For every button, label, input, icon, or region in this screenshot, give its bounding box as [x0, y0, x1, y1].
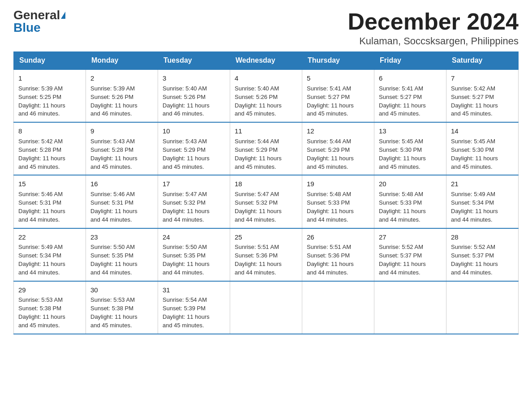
table-row: 19 Sunrise: 5:48 AM Sunset: 5:33 PM Dayl… [302, 175, 374, 228]
day-number: 15 [18, 179, 81, 189]
calendar-week-row: 8 Sunrise: 5:42 AM Sunset: 5:28 PM Dayli… [14, 122, 519, 175]
table-row: 30 Sunrise: 5:53 AM Sunset: 5:38 PM Dayl… [86, 281, 158, 334]
table-row: 15 Sunrise: 5:46 AM Sunset: 5:31 PM Dayl… [14, 175, 86, 228]
header-tuesday: Tuesday [158, 52, 230, 70]
day-number: 7 [451, 73, 514, 83]
day-info: Sunrise: 5:43 AM Sunset: 5:29 PM Dayligh… [163, 137, 225, 171]
day-info: Sunrise: 5:45 AM Sunset: 5:30 PM Dayligh… [451, 137, 514, 171]
day-info: Sunrise: 5:44 AM Sunset: 5:29 PM Dayligh… [307, 137, 369, 171]
table-row: 17 Sunrise: 5:47 AM Sunset: 5:32 PM Dayl… [158, 175, 230, 228]
day-number: 13 [379, 126, 442, 136]
day-number: 28 [451, 232, 514, 242]
day-info: Sunrise: 5:49 AM Sunset: 5:34 PM Dayligh… [451, 190, 514, 224]
table-row: 25 Sunrise: 5:51 AM Sunset: 5:36 PM Dayl… [230, 228, 302, 281]
table-row: 8 Sunrise: 5:42 AM Sunset: 5:28 PM Dayli… [14, 122, 86, 175]
day-number: 1 [18, 73, 81, 83]
title-section: December 2024 Kulaman, Soccsksargen, Phi… [348, 9, 519, 47]
day-info: Sunrise: 5:47 AM Sunset: 5:32 PM Dayligh… [235, 190, 297, 224]
table-row: 20 Sunrise: 5:48 AM Sunset: 5:33 PM Dayl… [374, 175, 446, 228]
table-row: 4 Sunrise: 5:40 AM Sunset: 5:26 PM Dayli… [230, 69, 302, 122]
day-number: 22 [18, 232, 81, 242]
day-number: 3 [163, 73, 225, 83]
table-row: 22 Sunrise: 5:49 AM Sunset: 5:34 PM Dayl… [14, 228, 86, 281]
day-info: Sunrise: 5:53 AM Sunset: 5:38 PM Dayligh… [18, 296, 81, 330]
logo-general-text: General [13, 9, 60, 21]
day-info: Sunrise: 5:53 AM Sunset: 5:38 PM Dayligh… [90, 296, 153, 330]
table-row: 10 Sunrise: 5:43 AM Sunset: 5:29 PM Dayl… [158, 122, 230, 175]
weekday-header-row: Sunday Monday Tuesday Wednesday Thursday… [14, 52, 519, 70]
header-thursday: Thursday [302, 52, 374, 70]
logo-triangle-icon [61, 12, 65, 19]
header-monday: Monday [86, 52, 158, 70]
table-row: 21 Sunrise: 5:49 AM Sunset: 5:34 PM Dayl… [446, 175, 519, 228]
day-info: Sunrise: 5:39 AM Sunset: 5:26 PM Dayligh… [90, 85, 153, 118]
table-row: 28 Sunrise: 5:52 AM Sunset: 5:37 PM Dayl… [446, 228, 519, 281]
table-row [446, 281, 519, 334]
day-info: Sunrise: 5:51 AM Sunset: 5:36 PM Dayligh… [235, 243, 297, 277]
day-number: 2 [90, 73, 153, 83]
table-row: 16 Sunrise: 5:46 AM Sunset: 5:31 PM Dayl… [86, 175, 158, 228]
day-info: Sunrise: 5:45 AM Sunset: 5:30 PM Dayligh… [379, 137, 442, 171]
day-number: 8 [18, 126, 81, 136]
day-number: 24 [163, 232, 225, 242]
table-row: 27 Sunrise: 5:52 AM Sunset: 5:37 PM Dayl… [374, 228, 446, 281]
day-info: Sunrise: 5:52 AM Sunset: 5:37 PM Dayligh… [379, 243, 442, 277]
day-number: 5 [307, 73, 369, 83]
table-row: 31 Sunrise: 5:54 AM Sunset: 5:39 PM Dayl… [158, 281, 230, 334]
page-header: General Blue December 2024 Kulaman, Socc… [13, 9, 519, 47]
day-number: 6 [379, 73, 442, 83]
day-number: 25 [235, 232, 297, 242]
header-saturday: Saturday [446, 52, 519, 70]
day-number: 23 [90, 232, 153, 242]
day-info: Sunrise: 5:42 AM Sunset: 5:27 PM Dayligh… [451, 85, 514, 118]
day-info: Sunrise: 5:43 AM Sunset: 5:28 PM Dayligh… [90, 137, 153, 171]
day-info: Sunrise: 5:42 AM Sunset: 5:28 PM Dayligh… [18, 137, 81, 171]
day-number: 26 [307, 232, 369, 242]
day-number: 12 [307, 126, 369, 136]
table-row: 2 Sunrise: 5:39 AM Sunset: 5:26 PM Dayli… [86, 69, 158, 122]
location-title: Kulaman, Soccsksargen, Philippines [348, 35, 519, 47]
day-number: 20 [379, 179, 442, 189]
calendar-table: Sunday Monday Tuesday Wednesday Thursday… [13, 51, 519, 334]
month-title: December 2024 [348, 9, 519, 34]
day-info: Sunrise: 5:50 AM Sunset: 5:35 PM Dayligh… [90, 243, 153, 277]
day-info: Sunrise: 5:48 AM Sunset: 5:33 PM Dayligh… [307, 190, 369, 224]
table-row: 11 Sunrise: 5:44 AM Sunset: 5:29 PM Dayl… [230, 122, 302, 175]
day-info: Sunrise: 5:41 AM Sunset: 5:27 PM Dayligh… [379, 85, 442, 118]
table-row [374, 281, 446, 334]
day-info: Sunrise: 5:41 AM Sunset: 5:27 PM Dayligh… [307, 85, 369, 118]
calendar-week-row: 29 Sunrise: 5:53 AM Sunset: 5:38 PM Dayl… [14, 281, 519, 334]
day-info: Sunrise: 5:48 AM Sunset: 5:33 PM Dayligh… [379, 190, 442, 224]
calendar-week-row: 1 Sunrise: 5:39 AM Sunset: 5:25 PM Dayli… [14, 69, 519, 122]
day-number: 18 [235, 179, 297, 189]
table-row: 24 Sunrise: 5:50 AM Sunset: 5:35 PM Dayl… [158, 228, 230, 281]
table-row: 3 Sunrise: 5:40 AM Sunset: 5:26 PM Dayli… [158, 69, 230, 122]
day-info: Sunrise: 5:49 AM Sunset: 5:34 PM Dayligh… [18, 243, 81, 277]
header-friday: Friday [374, 52, 446, 70]
day-number: 17 [163, 179, 225, 189]
table-row: 9 Sunrise: 5:43 AM Sunset: 5:28 PM Dayli… [86, 122, 158, 175]
day-info: Sunrise: 5:50 AM Sunset: 5:35 PM Dayligh… [163, 243, 225, 277]
day-info: Sunrise: 5:54 AM Sunset: 5:39 PM Dayligh… [163, 296, 225, 330]
day-info: Sunrise: 5:40 AM Sunset: 5:26 PM Dayligh… [163, 85, 225, 118]
calendar-week-row: 15 Sunrise: 5:46 AM Sunset: 5:31 PM Dayl… [14, 175, 519, 228]
table-row: 14 Sunrise: 5:45 AM Sunset: 5:30 PM Dayl… [446, 122, 519, 175]
table-row [302, 281, 374, 334]
table-row: 23 Sunrise: 5:50 AM Sunset: 5:35 PM Dayl… [86, 228, 158, 281]
header-wednesday: Wednesday [230, 52, 302, 70]
day-info: Sunrise: 5:46 AM Sunset: 5:31 PM Dayligh… [18, 190, 81, 224]
day-number: 14 [451, 126, 514, 136]
table-row: 1 Sunrise: 5:39 AM Sunset: 5:25 PM Dayli… [14, 69, 86, 122]
day-info: Sunrise: 5:47 AM Sunset: 5:32 PM Dayligh… [163, 190, 225, 224]
day-number: 30 [90, 285, 153, 295]
table-row: 7 Sunrise: 5:42 AM Sunset: 5:27 PM Dayli… [446, 69, 519, 122]
logo: General Blue [13, 9, 65, 34]
day-number: 9 [90, 126, 153, 136]
day-info: Sunrise: 5:51 AM Sunset: 5:36 PM Dayligh… [307, 243, 369, 277]
day-info: Sunrise: 5:46 AM Sunset: 5:31 PM Dayligh… [90, 190, 153, 224]
day-number: 21 [451, 179, 514, 189]
table-row [230, 281, 302, 334]
day-number: 16 [90, 179, 153, 189]
day-info: Sunrise: 5:52 AM Sunset: 5:37 PM Dayligh… [451, 243, 514, 277]
table-row: 29 Sunrise: 5:53 AM Sunset: 5:38 PM Dayl… [14, 281, 86, 334]
